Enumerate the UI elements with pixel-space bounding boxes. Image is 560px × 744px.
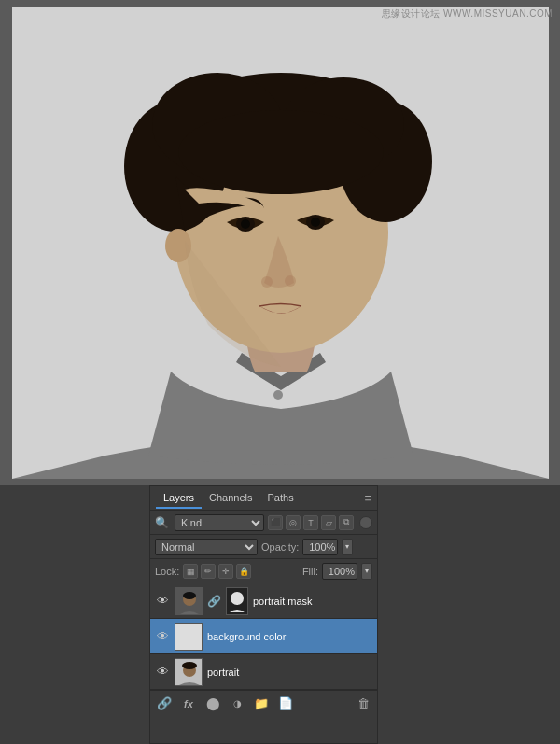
layer-thumbnail xyxy=(175,658,203,686)
filter-icons: ⬛ ◎ T ▱ ⧉ xyxy=(268,515,354,530)
opacity-dropdown[interactable]: ▾ xyxy=(342,539,353,555)
svg-point-15 xyxy=(261,276,273,288)
new-fill-icon[interactable]: ⬤ xyxy=(204,695,221,712)
svg-point-12 xyxy=(241,219,250,229)
layer-name: background color xyxy=(207,631,372,642)
svg-point-9 xyxy=(178,110,384,194)
fill-label: Fill: xyxy=(302,566,318,577)
lock-label: Lock: xyxy=(155,566,179,577)
chain-icon[interactable]: 🔗 xyxy=(207,595,221,608)
layer-item[interactable]: 👁 portrait xyxy=(150,654,377,690)
lock-position-icon[interactable]: ✛ xyxy=(218,564,233,579)
photo-frame xyxy=(12,7,549,479)
layer-thumbnail xyxy=(175,587,203,615)
lock-row: Lock: ▦ ✏ ✛ 🔒 Fill: 100% ▾ xyxy=(150,559,377,583)
filter-adjustment-icon[interactable]: ◎ xyxy=(286,515,301,530)
fx-icon[interactable]: fx xyxy=(180,695,197,712)
tab-channels[interactable]: Channels xyxy=(202,488,259,509)
panel-menu-icon[interactable]: ≡ xyxy=(364,491,371,505)
svg-point-19 xyxy=(183,592,196,599)
lock-pixels-icon[interactable]: ✏ xyxy=(201,564,216,579)
watermark: 思缘设计论坛 WWW.MISSYUAN.COM xyxy=(382,7,553,21)
layer-name: portrait mask xyxy=(253,596,372,607)
layer-name: portrait xyxy=(207,667,372,678)
eye-icon[interactable]: 👁 xyxy=(155,594,170,609)
svg-point-14 xyxy=(311,218,320,227)
panel-header: Layers Channels Paths ≡ xyxy=(150,486,377,511)
search-icon: 🔍 xyxy=(155,516,169,529)
canvas-area xyxy=(0,0,560,485)
delete-icon[interactable]: 🗑 xyxy=(355,695,371,712)
adjustment-icon[interactable]: ◑ xyxy=(229,695,245,712)
lock-icons: ▦ ✏ ✛ 🔒 xyxy=(183,564,251,579)
filter-shape-icon[interactable]: ▱ xyxy=(321,515,336,530)
layers-list: 👁 🔗 portrait mask xyxy=(150,583,377,690)
blend-mode-select[interactable]: Normal xyxy=(155,539,258,555)
filter-smart-icon[interactable]: ⧉ xyxy=(339,515,354,530)
layer-item[interactable]: 👁 🔗 portrait mask xyxy=(150,583,377,619)
lock-transparent-icon[interactable]: ▦ xyxy=(183,564,198,579)
filter-toggle[interactable] xyxy=(359,516,372,529)
bottom-toolbar: 🔗 fx ⬤ ◑ 📁 📄 🗑 xyxy=(150,690,377,716)
tab-paths[interactable]: Paths xyxy=(260,488,301,509)
layer-thumbnail xyxy=(175,623,203,651)
opacity-value[interactable]: 100% xyxy=(302,539,338,555)
svg-point-21 xyxy=(231,592,244,605)
svg-point-16 xyxy=(285,275,296,287)
filter-pixel-icon[interactable]: ⬛ xyxy=(268,515,283,530)
filter-type-icon[interactable]: T xyxy=(303,515,318,530)
layer-item[interactable]: 👁 background color xyxy=(150,619,377,654)
svg-point-2 xyxy=(273,390,283,400)
filter-row: 🔍 Kind ⬛ ◎ T ▱ ⧉ xyxy=(150,511,377,535)
blend-row: Normal Opacity: 100% ▾ xyxy=(150,535,377,559)
lock-all-icon[interactable]: 🔒 xyxy=(236,564,251,579)
svg-point-25 xyxy=(182,662,197,669)
fill-dropdown[interactable]: ▾ xyxy=(361,563,372,580)
layer-mask-chip xyxy=(226,587,248,615)
new-group-icon[interactable]: 📁 xyxy=(253,695,270,712)
kind-select[interactable]: Kind xyxy=(175,514,264,531)
tab-layers[interactable]: Layers xyxy=(156,488,202,509)
portrait-image xyxy=(12,7,549,479)
fill-value[interactable]: 100% xyxy=(322,563,357,580)
layers-panel: Layers Channels Paths ≡ 🔍 Kind ⬛ ◎ T ▱ ⧉… xyxy=(149,485,378,744)
link-icon[interactable]: 🔗 xyxy=(156,695,173,712)
svg-rect-22 xyxy=(175,624,203,651)
opacity-label: Opacity: xyxy=(261,541,299,553)
eye-icon[interactable]: 👁 xyxy=(155,629,170,644)
eye-icon[interactable]: 👁 xyxy=(155,665,170,680)
new-layer-icon[interactable]: 📄 xyxy=(277,695,294,712)
